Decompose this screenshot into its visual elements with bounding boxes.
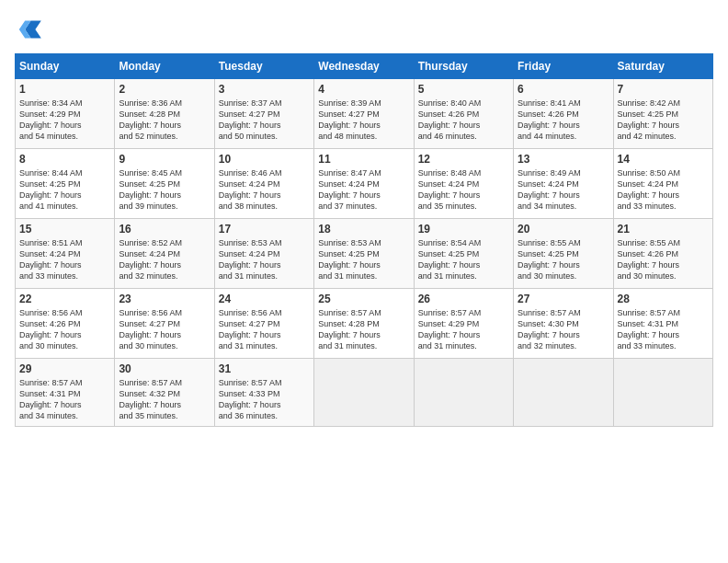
day-info: Sunrise: 8:57 AM Sunset: 4:30 PM Dayligh… [518,307,609,352]
day-info: Sunrise: 8:56 AM Sunset: 4:26 PM Dayligh… [19,307,110,352]
calendar-cell: 5Sunrise: 8:40 AM Sunset: 4:26 PM Daylig… [414,79,513,149]
day-number: 6 [518,83,609,96]
weekday-header-cell: Tuesday [214,54,313,79]
day-number: 30 [119,362,210,375]
day-info: Sunrise: 8:42 AM Sunset: 4:25 PM Dayligh… [618,98,709,143]
day-info: Sunrise: 8:53 AM Sunset: 4:24 PM Dayligh… [219,237,310,282]
day-number: 22 [19,293,110,305]
calendar-cell: 26Sunrise: 8:57 AM Sunset: 4:29 PM Dayli… [414,289,513,359]
calendar-cell: 21Sunrise: 8:55 AM Sunset: 4:26 PM Dayli… [613,219,712,289]
day-number: 21 [618,223,709,236]
calendar-cell: 14Sunrise: 8:50 AM Sunset: 4:24 PM Dayli… [613,149,712,219]
day-info: Sunrise: 8:39 AM Sunset: 4:27 PM Dayligh… [318,98,409,143]
day-number: 29 [19,362,110,375]
calendar-cell: 12Sunrise: 8:48 AM Sunset: 4:24 PM Dayli… [414,149,513,219]
calendar-cell: 1Sunrise: 8:34 AM Sunset: 4:29 PM Daylig… [16,79,115,149]
day-info: Sunrise: 8:54 AM Sunset: 4:25 PM Dayligh… [418,237,509,282]
day-number: 23 [119,293,210,305]
calendar-cell: 17Sunrise: 8:53 AM Sunset: 4:24 PM Dayli… [214,219,313,289]
calendar-week-row: 15Sunrise: 8:51 AM Sunset: 4:24 PM Dayli… [16,219,713,289]
day-number: 31 [219,362,310,375]
day-info: Sunrise: 8:56 AM Sunset: 4:27 PM Dayligh… [219,307,310,352]
calendar-cell: 13Sunrise: 8:49 AM Sunset: 4:24 PM Dayli… [514,149,613,219]
day-number: 7 [618,83,709,96]
day-info: Sunrise: 8:46 AM Sunset: 4:24 PM Dayligh… [219,167,310,213]
calendar-cell: 11Sunrise: 8:47 AM Sunset: 4:24 PM Dayli… [314,149,414,219]
calendar-cell [514,359,613,427]
calendar-cell: 30Sunrise: 8:57 AM Sunset: 4:32 PM Dayli… [115,359,214,427]
logo [15,15,48,44]
day-info: Sunrise: 8:41 AM Sunset: 4:26 PM Dayligh… [518,98,609,143]
day-number: 3 [219,83,310,96]
calendar-cell: 22Sunrise: 8:56 AM Sunset: 4:26 PM Dayli… [16,289,115,359]
calendar-cell: 23Sunrise: 8:56 AM Sunset: 4:27 PM Dayli… [115,289,214,359]
day-info: Sunrise: 8:45 AM Sunset: 4:25 PM Dayligh… [119,167,210,213]
day-info: Sunrise: 8:47 AM Sunset: 4:24 PM Dayligh… [318,167,409,213]
calendar-week-row: 22Sunrise: 8:56 AM Sunset: 4:26 PM Dayli… [16,289,713,359]
calendar-body: 1Sunrise: 8:34 AM Sunset: 4:29 PM Daylig… [16,79,713,427]
day-number: 24 [219,293,310,305]
day-number: 28 [618,293,709,305]
day-info: Sunrise: 8:57 AM Sunset: 4:31 PM Dayligh… [618,307,709,352]
day-info: Sunrise: 8:57 AM Sunset: 4:33 PM Dayligh… [219,377,310,422]
day-info: Sunrise: 8:57 AM Sunset: 4:31 PM Dayligh… [19,377,110,422]
day-number: 4 [318,83,409,96]
day-number: 9 [119,153,210,166]
calendar-cell: 31Sunrise: 8:57 AM Sunset: 4:33 PM Dayli… [214,359,313,427]
day-number: 18 [318,223,409,236]
calendar-week-row: 29Sunrise: 8:57 AM Sunset: 4:31 PM Dayli… [16,359,713,427]
day-info: Sunrise: 8:53 AM Sunset: 4:25 PM Dayligh… [318,237,409,282]
day-number: 5 [418,83,509,96]
calendar-cell: 29Sunrise: 8:57 AM Sunset: 4:31 PM Dayli… [16,359,115,427]
calendar-cell: 16Sunrise: 8:52 AM Sunset: 4:24 PM Dayli… [115,219,214,289]
calendar-cell: 27Sunrise: 8:57 AM Sunset: 4:30 PM Dayli… [514,289,613,359]
day-number: 14 [618,153,709,166]
calendar-week-row: 1Sunrise: 8:34 AM Sunset: 4:29 PM Daylig… [16,79,713,149]
calendar-cell: 24Sunrise: 8:56 AM Sunset: 4:27 PM Dayli… [214,289,313,359]
weekday-header-cell: Thursday [414,54,513,79]
weekday-header-cell: Monday [115,54,214,79]
calendar-cell: 15Sunrise: 8:51 AM Sunset: 4:24 PM Dayli… [16,219,115,289]
page-header [15,15,713,44]
day-number: 10 [219,153,310,166]
day-info: Sunrise: 8:49 AM Sunset: 4:24 PM Dayligh… [518,167,609,213]
day-number: 25 [318,293,409,305]
day-info: Sunrise: 8:57 AM Sunset: 4:29 PM Dayligh… [418,307,509,352]
day-info: Sunrise: 8:57 AM Sunset: 4:32 PM Dayligh… [119,377,210,422]
logo-icon [15,15,44,44]
day-info: Sunrise: 8:51 AM Sunset: 4:24 PM Dayligh… [19,237,110,282]
page-container: SundayMondayTuesdayWednesdayThursdayFrid… [0,0,728,434]
weekday-header-cell: Friday [514,54,613,79]
day-number: 8 [19,153,110,166]
calendar-cell: 4Sunrise: 8:39 AM Sunset: 4:27 PM Daylig… [314,79,414,149]
day-number: 15 [19,223,110,236]
day-number: 17 [219,223,310,236]
calendar-cell: 9Sunrise: 8:45 AM Sunset: 4:25 PM Daylig… [115,149,214,219]
day-number: 11 [318,153,409,166]
calendar-week-row: 8Sunrise: 8:44 AM Sunset: 4:25 PM Daylig… [16,149,713,219]
day-info: Sunrise: 8:50 AM Sunset: 4:24 PM Dayligh… [618,167,709,213]
calendar-cell: 25Sunrise: 8:57 AM Sunset: 4:28 PM Dayli… [314,289,414,359]
day-info: Sunrise: 8:55 AM Sunset: 4:26 PM Dayligh… [618,237,709,282]
calendar-cell: 18Sunrise: 8:53 AM Sunset: 4:25 PM Dayli… [314,219,414,289]
weekday-header-cell: Wednesday [314,54,414,79]
calendar-cell: 28Sunrise: 8:57 AM Sunset: 4:31 PM Dayli… [613,289,712,359]
calendar-cell: 6Sunrise: 8:41 AM Sunset: 4:26 PM Daylig… [514,79,613,149]
calendar-cell: 19Sunrise: 8:54 AM Sunset: 4:25 PM Dayli… [414,219,513,289]
day-info: Sunrise: 8:55 AM Sunset: 4:25 PM Dayligh… [518,237,609,282]
calendar-cell: 8Sunrise: 8:44 AM Sunset: 4:25 PM Daylig… [16,149,115,219]
day-info: Sunrise: 8:34 AM Sunset: 4:29 PM Dayligh… [19,98,110,143]
day-number: 12 [418,153,509,166]
day-info: Sunrise: 8:52 AM Sunset: 4:24 PM Dayligh… [119,237,210,282]
day-info: Sunrise: 8:44 AM Sunset: 4:25 PM Dayligh… [19,167,110,213]
day-info: Sunrise: 8:48 AM Sunset: 4:24 PM Dayligh… [418,167,509,213]
day-number: 1 [19,83,110,96]
calendar-cell [414,359,513,427]
calendar-cell: 7Sunrise: 8:42 AM Sunset: 4:25 PM Daylig… [613,79,712,149]
calendar-cell [314,359,414,427]
day-info: Sunrise: 8:40 AM Sunset: 4:26 PM Dayligh… [418,98,509,143]
calendar-table: SundayMondayTuesdayWednesdayThursdayFrid… [15,53,713,427]
calendar-cell: 20Sunrise: 8:55 AM Sunset: 4:25 PM Dayli… [514,219,613,289]
calendar-cell [613,359,712,427]
calendar-cell: 2Sunrise: 8:36 AM Sunset: 4:28 PM Daylig… [115,79,214,149]
